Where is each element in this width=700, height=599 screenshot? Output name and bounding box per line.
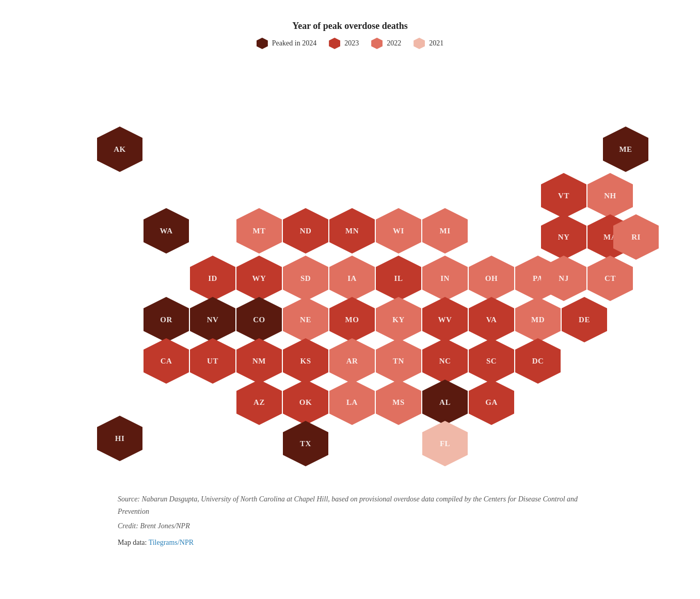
- state-label-la: LA: [346, 398, 358, 407]
- state-label-ny: NY: [558, 233, 570, 242]
- state-label-ar: AR: [346, 357, 358, 366]
- hex-state-ny: NY: [541, 214, 586, 260]
- state-label-wv: WV: [438, 316, 452, 324]
- state-label-co: CO: [253, 316, 265, 324]
- hex-state-wi: WI: [376, 208, 421, 254]
- state-label-wy: WY: [252, 274, 266, 283]
- hex-state-mt: MT: [236, 208, 282, 254]
- state-label-al: AL: [439, 398, 451, 407]
- legend: Peaked in 2024 2023 2022 2021: [257, 38, 443, 49]
- hex-state-ga: GA: [469, 380, 514, 425]
- legend-item-2021: 2021: [413, 38, 443, 49]
- legend-item-2024: Peaked in 2024: [257, 38, 316, 49]
- legend-swatch-2021: [413, 38, 425, 49]
- hex-state-sd: SD: [283, 256, 328, 301]
- map-data-line: Map data: Tilegrams/NPR: [118, 539, 582, 547]
- state-label-ks: KS: [300, 357, 311, 366]
- map-data-label: Map data:: [118, 539, 147, 546]
- state-label-ca: CA: [161, 357, 172, 366]
- state-label-ia: IA: [347, 274, 357, 283]
- state-label-de: DE: [579, 316, 590, 324]
- footnote-container: Source: Nabarun Dasgupta, University of …: [118, 472, 582, 547]
- hex-state-co: CO: [236, 297, 282, 342]
- hex-state-nv: NV: [190, 297, 235, 342]
- credit-text: Credit: Brent Jones/NPR: [118, 522, 582, 530]
- source-text: Source: Nabarun Dasgupta, University of …: [118, 493, 582, 518]
- hex-state-sc: SC: [469, 338, 514, 384]
- hex-state-ky: KY: [376, 297, 421, 342]
- state-label-fl: FL: [440, 439, 450, 448]
- state-label-mo: MO: [345, 316, 359, 324]
- hex-state-ne: NE: [283, 297, 328, 342]
- hex-state-id: ID: [190, 256, 235, 301]
- hex-state-wa: WA: [144, 208, 189, 254]
- hex-state-md: MD: [515, 297, 561, 342]
- state-label-nc: NC: [439, 357, 451, 366]
- state-label-nm: NM: [252, 357, 266, 366]
- hex-state-hi: HI: [97, 416, 142, 461]
- hex-state-la: LA: [329, 380, 375, 425]
- hex-state-va: VA: [469, 297, 514, 342]
- hex-state-al: AL: [422, 380, 468, 425]
- hex-state-ut: UT: [190, 338, 235, 384]
- hex-state-tn: TN: [376, 338, 421, 384]
- hex-state-ct: CT: [587, 256, 633, 301]
- hex-state-vt: VT: [541, 173, 586, 218]
- state-label-ok: OK: [299, 398, 312, 407]
- hex-state-nm: NM: [236, 338, 282, 384]
- state-label-sc: SC: [486, 357, 497, 366]
- state-label-nh: NH: [604, 192, 616, 200]
- state-label-tx: TX: [300, 439, 311, 448]
- state-label-oh: OH: [485, 274, 498, 283]
- hex-state-nc: NC: [422, 338, 468, 384]
- state-label-ga: GA: [485, 398, 498, 407]
- hex-state-il: IL: [376, 256, 421, 301]
- hex-state-mo: MO: [329, 297, 375, 342]
- hex-state-de: DE: [562, 297, 607, 342]
- legend-swatch-2022: [371, 38, 383, 49]
- legend-label-2021: 2021: [429, 39, 443, 48]
- state-label-wa: WA: [160, 227, 172, 235]
- state-label-mi: MI: [440, 227, 451, 235]
- state-label-ne: NE: [300, 316, 311, 324]
- hex-state-tx: TX: [283, 421, 328, 466]
- hex-state-dc: DC: [515, 338, 561, 384]
- state-label-me: ME: [619, 145, 632, 154]
- hex-state-in: IN: [422, 256, 468, 301]
- legend-swatch-2023: [329, 38, 340, 49]
- state-label-az: AZ: [253, 398, 265, 407]
- hex-state-ok: OK: [283, 380, 328, 425]
- state-label-ut: UT: [207, 357, 218, 366]
- state-label-or: OR: [160, 316, 172, 324]
- state-label-wi: WI: [393, 227, 404, 235]
- state-label-hi: HI: [115, 434, 125, 443]
- hex-state-ak: AK: [97, 127, 142, 172]
- state-label-nd: ND: [300, 227, 312, 235]
- hex-map: AKHIMEWAORCAIDNVUTAZMTWYCONMOKTXNDSDNEKS…: [66, 65, 634, 457]
- state-label-ri: RI: [631, 233, 641, 242]
- hex-state-ia: IA: [329, 256, 375, 301]
- state-label-va: VA: [486, 316, 497, 324]
- state-label-vt: VT: [558, 192, 569, 200]
- state-label-il: IL: [394, 274, 403, 283]
- hex-state-or: OR: [144, 297, 189, 342]
- hex-state-ar: AR: [329, 338, 375, 384]
- legend-item-2022: 2022: [371, 38, 401, 49]
- state-label-nv: NV: [207, 316, 219, 324]
- state-label-id: ID: [208, 274, 217, 283]
- hex-state-ms: MS: [376, 380, 421, 425]
- hex-state-mi: MI: [422, 208, 468, 254]
- hex-state-az: AZ: [236, 380, 282, 425]
- hex-state-oh: OH: [469, 256, 514, 301]
- state-label-dc: DC: [532, 357, 544, 366]
- hex-state-nd: ND: [283, 208, 328, 254]
- state-label-ms: MS: [392, 398, 405, 407]
- legend-label-2022: 2022: [387, 39, 401, 48]
- legend-swatch-2024: [257, 38, 268, 49]
- hex-state-ks: KS: [283, 338, 328, 384]
- hex-state-wy: WY: [236, 256, 282, 301]
- chart-title: Year of peak overdose deaths: [292, 21, 408, 31]
- state-label-in: IN: [440, 274, 450, 283]
- tilegrams-link[interactable]: Tilegrams/NPR: [149, 539, 194, 546]
- hex-state-nh: NH: [587, 173, 633, 218]
